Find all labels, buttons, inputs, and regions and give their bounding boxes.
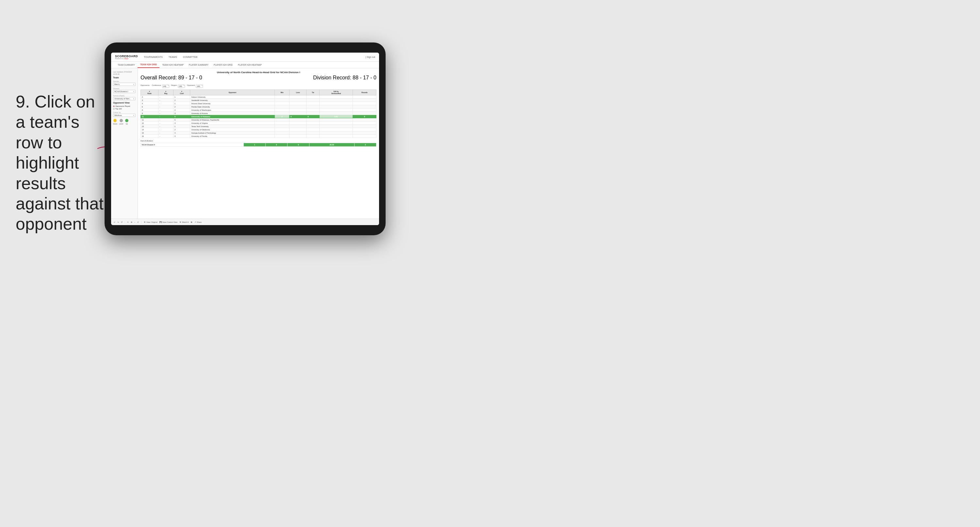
cell-tie xyxy=(307,112,320,115)
view-original-btn[interactable]: 👁 View: Original xyxy=(144,221,158,223)
cell-diff xyxy=(320,128,353,131)
cell-rounds xyxy=(353,131,377,135)
cell-loss: 0 xyxy=(290,115,307,118)
cell-conf: 1 xyxy=(173,102,190,105)
cell-rank: 2 xyxy=(141,96,159,99)
table-row[interactable]: 3-2Vanderbilt University xyxy=(141,99,377,102)
cell-reg: - xyxy=(158,108,173,112)
toolbar-sep2: | xyxy=(141,221,142,223)
tablet-screen: SCOREBOARD Powered by clippi TOURNAMENTS… xyxy=(111,53,379,225)
region-select-wrap: (All) xyxy=(178,82,185,88)
table-row[interactable]: 13-1Texas Tech University xyxy=(141,125,377,128)
watch-btn[interactable]: 👁 Watch ▾ xyxy=(180,221,189,223)
nav-teams[interactable]: TEAMS xyxy=(168,56,178,59)
out-div-diff: 26.00 xyxy=(309,143,354,147)
minus-btn[interactable]: − xyxy=(134,221,135,223)
table-row[interactable]: 4-1Arizona State University xyxy=(141,102,377,105)
sign-out-area: | Sign out xyxy=(366,56,375,58)
opponent-select[interactable]: (All) xyxy=(196,84,203,88)
radio-dot-opponents xyxy=(113,105,115,107)
table-row[interactable]: 9-3University of Arizona xyxy=(141,112,377,115)
record-row: Overall Record: 89 - 17 - 0 Division Rec… xyxy=(140,75,377,81)
table-row[interactable]: 15-4Georgia Institute of Technology xyxy=(141,131,377,135)
radio-top100[interactable]: Top 100 xyxy=(113,108,135,110)
radio-opponents-label: Opponents Played xyxy=(115,105,130,107)
cell-win xyxy=(275,112,290,115)
tab-player-h2h-heatmap[interactable]: PLAYER H2H HEATMAP xyxy=(235,62,264,68)
logo-area: SCOREBOARD Powered by clippi xyxy=(115,55,138,59)
table-row[interactable]: 16-3University of Florida xyxy=(141,135,377,138)
out-div-loss: 0 xyxy=(266,143,288,147)
h2h-table: #Rank #Reg #Conf Opponent Win Loss Tie D… xyxy=(140,89,377,138)
clock-btn[interactable]: ⏱ xyxy=(137,221,139,223)
cell-rounds xyxy=(353,128,377,131)
cell-win xyxy=(275,96,290,99)
share-btn[interactable]: ↗ Share xyxy=(194,221,202,223)
legend-up: Up xyxy=(125,119,129,125)
tab-player-summary[interactable]: PLAYER SUMMARY xyxy=(186,62,211,68)
cell-rounds xyxy=(353,102,377,105)
tab-team-h2h-heatmap[interactable]: TEAM H2H HEATMAP xyxy=(159,62,186,68)
cell-conf: 1 xyxy=(173,96,190,99)
conference-select[interactable]: (All) xyxy=(162,84,169,88)
overall-record: Overall Record: 89 - 17 - 0 xyxy=(140,75,202,81)
cell-reg: - xyxy=(158,128,173,131)
screen-btn[interactable]: 🖥 xyxy=(191,221,192,223)
redo-btn[interactable]: ↪ xyxy=(117,221,119,223)
cell-tie xyxy=(307,125,320,128)
undo-btn[interactable]: ↩ xyxy=(114,221,115,223)
table-header-row: #Rank #Reg #Conf Opponent Win Loss Tie D… xyxy=(141,90,377,96)
scissors-btn[interactable]: ✂ xyxy=(127,221,129,223)
back-btn[interactable]: ↺ xyxy=(121,221,123,223)
table-row[interactable]: 8-2University of Washington xyxy=(141,108,377,112)
tab-player-h2h-grid[interactable]: PLAYER H2H GRID xyxy=(211,62,235,68)
cell-conf: 3 xyxy=(173,121,190,125)
gender-label: Gender xyxy=(113,80,135,82)
table-row[interactable]: 2-1Auburn University xyxy=(141,96,377,99)
gender-dropdown[interactable]: Men's xyxy=(113,83,135,86)
table-row[interactable]: 11-6University of Arkansas, Fayetteville xyxy=(141,118,377,121)
nav-committee[interactable]: COMMITTEE xyxy=(182,56,198,59)
region-select[interactable]: (All) xyxy=(178,84,185,88)
cell-reg: - xyxy=(158,102,173,105)
colour-by-dropdown[interactable]: Win/loss xyxy=(113,114,135,117)
nav-tournaments[interactable]: TOURNAMENTS xyxy=(143,56,163,59)
table-row[interactable]: 11-5University of Alabama3002.618 xyxy=(141,115,377,118)
cell-conf: 1 xyxy=(173,125,190,128)
tab-team-h2h-grid[interactable]: TEAM H2H GRID xyxy=(138,62,159,68)
table-row[interactable]: 12-3University of Virginia xyxy=(141,121,377,125)
cell-rank: 4 xyxy=(141,102,159,105)
radio-dot-top100 xyxy=(113,108,115,110)
cell-rounds xyxy=(353,99,377,102)
radio-opponents-played[interactable]: Opponents Played xyxy=(113,105,135,107)
cell-opponent: Auburn University xyxy=(190,96,275,99)
cell-win xyxy=(275,99,290,102)
cell-rank: 13 xyxy=(141,125,159,128)
team-section-label: Team xyxy=(113,76,135,79)
tab-team-summary[interactable]: TEAM SUMMARY xyxy=(115,62,138,68)
save-custom-label: Save Custom View xyxy=(162,221,177,223)
save-custom-btn[interactable]: 💾 Save Custom View xyxy=(159,221,177,223)
cell-diff xyxy=(320,131,353,135)
table-row[interactable]: 14-2University of Oklahoma xyxy=(141,128,377,131)
cell-tie xyxy=(307,131,320,135)
cell-tie: 0 xyxy=(307,115,320,118)
cell-rank: 3 xyxy=(141,99,159,102)
sign-out-link[interactable]: Sign out xyxy=(367,56,375,58)
opponent-label: Opponent xyxy=(187,84,195,86)
cell-diff: 2.61 xyxy=(320,115,353,118)
cell-tie xyxy=(307,99,320,102)
cell-conf: 6 xyxy=(173,118,190,121)
paste-btn[interactable]: ⊕ xyxy=(131,221,132,223)
cell-rounds xyxy=(353,105,377,108)
table-row[interactable]: 6-2Florida State University xyxy=(141,105,377,108)
out-of-division-table: NCAA Division II 1 0 0 26.00 3 xyxy=(140,143,377,147)
cell-opponent: University of Arkansas, Fayetteville xyxy=(190,118,275,121)
cell-reg: - xyxy=(158,121,173,125)
division-dropdown[interactable]: NCAA Division I xyxy=(113,90,135,93)
col-tie: Tie xyxy=(307,90,320,96)
col-win: Win xyxy=(275,90,290,96)
school-dropdown[interactable]: University of Nort... xyxy=(113,97,135,100)
out-div-row[interactable]: NCAA Division II 1 0 0 26.00 3 xyxy=(141,143,377,147)
cell-loss xyxy=(290,105,307,108)
